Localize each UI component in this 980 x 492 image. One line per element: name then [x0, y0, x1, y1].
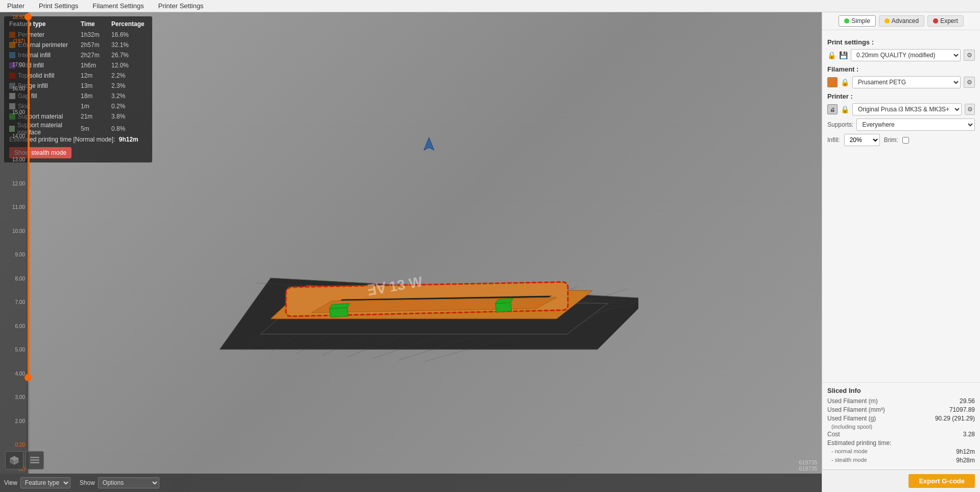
filament-m-value: 29.56 — [960, 397, 975, 405]
ruler-7: 7.00 — [0, 299, 28, 305]
cost-row: Cost 3.28 — [827, 431, 975, 438]
layers-svg — [29, 454, 41, 466]
advanced-label: Advanced — [892, 17, 919, 25]
height-ruler-left: 18.60 (197) 17.00 16.00 15.00 14.00 13.0… — [0, 12, 28, 474]
filament-g-label: Used Filament (g) — [827, 415, 876, 422]
ruler-10: 10.00 — [0, 228, 28, 234]
right-panel: Simple Advanced Expert Print settings : … — [822, 12, 980, 492]
stealth-mode-value: 9h28m — [956, 457, 975, 464]
simple-label: Simple — [851, 17, 870, 25]
ruler-13: 13.00 — [0, 157, 28, 162]
cube-view-icon[interactable] — [5, 451, 23, 470]
view-label: View — [4, 479, 17, 486]
cost-value: 3.28 — [963, 431, 975, 438]
svg-rect-37 — [30, 459, 39, 461]
brim-label: Brim: — [884, 136, 898, 144]
print-settings-dropdown[interactable]: 0.20mm QUALITY (modified) — [851, 49, 961, 61]
simple-mode-button[interactable]: Simple — [839, 15, 876, 27]
ruler-14: 14.00 — [0, 133, 28, 139]
supports-dropdown[interactable]: Everywhere — [856, 119, 975, 131]
brim-checkbox[interactable] — [902, 137, 909, 144]
coord-y: 619735 — [799, 465, 818, 472]
model-3d-view[interactable]: ∃∀ 13 W — [26, 38, 791, 461]
show-dropdown[interactable]: Options — [98, 477, 159, 488]
filament-g-value: 90.29 (291.29) — [935, 415, 975, 422]
coord-x: 619735 — [799, 459, 818, 465]
ruler-5: 5.00 — [0, 347, 28, 353]
svg-marker-29 — [329, 303, 350, 309]
menu-printer-settings[interactable]: Printer Settings — [155, 1, 207, 11]
print-settings-gear[interactable]: ⚙ — [964, 50, 975, 61]
infill-label: Infill: — [827, 136, 840, 144]
view-controls: View Feature type Show Options — [4, 477, 159, 488]
export-gcode-button[interactable]: Export G-code — [909, 474, 975, 488]
printer-settings-gear[interactable]: ⚙ — [965, 104, 975, 115]
filament-m-row: Used Filament (m) 29.56 — [827, 397, 975, 405]
filament-label: Filament : — [827, 65, 975, 73]
est-time-header-row: Estimated printing time: — [827, 439, 975, 447]
normal-mode-label: - normal mode — [831, 448, 868, 454]
filament-g-row: Used Filament (g) 90.29 (291.29) — [827, 415, 975, 422]
print-disk-icon: 💾 — [839, 51, 848, 59]
filament-mm3-value: 71097.89 — [949, 406, 975, 413]
ruler-3: 3.00 — [0, 394, 28, 400]
svg-marker-28 — [495, 302, 512, 312]
viewport[interactable]: Feature type Time Percentage Perimeter 1… — [0, 12, 822, 492]
svg-rect-38 — [30, 462, 39, 463]
supports-row: Supports: Everywhere — [827, 119, 975, 131]
menu-filament-settings[interactable]: Filament Settings — [89, 1, 147, 11]
ruler-4: 4.00 — [0, 371, 28, 377]
printer-dropdown[interactable]: Original Prusa i3 MK3S & MK3S+ — [852, 103, 962, 115]
menu-plater[interactable]: Plater — [4, 1, 28, 11]
printer-label: Printer : — [827, 92, 975, 100]
filament-color-swatch — [827, 77, 838, 87]
printer-icon: 🖨 — [827, 104, 838, 114]
filament-spool-row: (including spool) — [831, 424, 975, 430]
svg-marker-31 — [424, 137, 434, 150]
stealth-mode-label: - stealth mode — [831, 457, 867, 463]
normal-mode-value: 9h12m — [956, 448, 975, 455]
svg-marker-27 — [329, 308, 348, 317]
view-cube-area — [5, 451, 44, 470]
stats-col-time: Time — [81, 20, 111, 28]
svg-marker-30 — [495, 298, 513, 303]
printer-row: 🖨 🔒 Original Prusa i3 MK3S & MK3S+ ⚙ — [827, 103, 975, 115]
svg-rect-36 — [30, 457, 39, 458]
view-dropdown[interactable]: Feature type — [20, 477, 70, 488]
advanced-mode-button[interactable]: Advanced — [879, 15, 924, 27]
ruler-17: 17.00 — [0, 62, 28, 67]
menu-print-settings[interactable]: Print Settings — [36, 1, 81, 11]
filament-settings-gear[interactable]: ⚙ — [964, 77, 975, 88]
cube-svg — [8, 454, 20, 466]
ruler-12: 12.00 — [0, 181, 28, 186]
ruler-8: 8.00 — [0, 276, 28, 282]
simple-dot — [844, 18, 849, 24]
main-content: Feature type Time Percentage Perimeter 1… — [0, 12, 980, 492]
print-settings-row: 🔒 💾 0.20mm QUALITY (modified) ⚙ — [827, 49, 975, 61]
ruler-16: 16.00 — [0, 86, 28, 91]
est-time-header-label: Estimated printing time: — [827, 439, 891, 447]
mode-bar: Simple Advanced Expert — [822, 12, 980, 30]
infill-row: Infill: 20% Brim: — [827, 134, 975, 146]
infill-dropdown[interactable]: 20% — [844, 134, 880, 146]
height-slider-top-handle[interactable] — [25, 13, 32, 20]
filament-row: 🔒 Prusament PETG ⚙ — [827, 76, 975, 88]
print-lock-icon: 🔒 — [827, 51, 836, 59]
layers-view-icon[interactable] — [26, 451, 44, 470]
cost-label: Cost — [827, 431, 840, 438]
filament-dropdown[interactable]: Prusament PETG — [852, 76, 961, 88]
ruler-2: 2.00 — [0, 418, 28, 424]
filament-mm3-label: Used Filament (mm³) — [827, 406, 885, 413]
expert-mode-button[interactable]: Expert — [927, 15, 964, 27]
export-bar: Export G-code — [822, 470, 980, 492]
show-label: Show — [80, 479, 95, 486]
stats-row-time: 1h32m — [81, 31, 111, 38]
ruler-top-label: 18.60 — [0, 14, 28, 20]
stats-row-pct: 16.6% — [111, 31, 147, 38]
sliced-info-title: Sliced Info — [827, 387, 975, 394]
stats-col-pct: Percentage — [111, 20, 147, 28]
advanced-dot — [885, 18, 890, 24]
ruler-11: 11.00 — [0, 204, 28, 210]
ruler-6: 6.00 — [0, 323, 28, 329]
stats-header: Feature type Time Percentage — [9, 20, 147, 28]
